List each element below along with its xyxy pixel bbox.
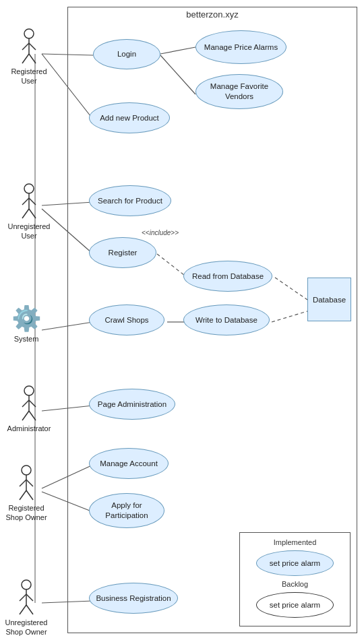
svg-line-30: [22, 400, 29, 407]
usecase-login: Login: [93, 39, 160, 69]
system-title: betterzon.xyz: [67, 7, 357, 20]
svg-line-18: [22, 43, 29, 50]
usecase-manage-account: Manage Account: [89, 448, 169, 479]
legend-backlog-label: Backlog: [282, 580, 308, 588]
legend-backlog-usecase: set price alarm: [256, 592, 334, 618]
svg-line-19: [29, 43, 36, 50]
svg-line-24: [22, 198, 29, 205]
usecase-page-administration: Page Administration: [89, 389, 175, 420]
unregistered-user-figure: [19, 183, 39, 220]
svg-point-22: [24, 184, 34, 193]
legend-box: Implemented set price alarm Backlog set …: [239, 532, 351, 626]
svg-line-20: [22, 54, 29, 63]
svg-line-27: [29, 209, 36, 218]
usecase-read-from-database: Read from Database: [183, 261, 272, 292]
svg-point-28: [24, 386, 34, 395]
usecase-business-registration: Business Registration: [89, 583, 178, 614]
diagram: betterzon.xyz: [0, 0, 364, 644]
unregistered-shop-owner-label: UnregisteredShop Owner: [5, 618, 48, 637]
administrator-label: Administrator: [7, 424, 51, 433]
registered-shop-owner-label: RegisteredShop Owner: [5, 503, 47, 523]
legend-implemented-usecase: set price alarm: [256, 550, 334, 576]
svg-point-40: [22, 580, 31, 589]
actor-registered-shop-owner: RegisteredShop Owner: [3, 465, 50, 523]
usecase-register: Register: [89, 237, 156, 268]
svg-point-16: [24, 29, 34, 38]
include-label: <<include>>: [142, 229, 179, 236]
usecase-write-to-database: Write to Database: [183, 304, 270, 335]
actor-unregistered-shop-owner: UnregisteredShop Owner: [3, 579, 50, 637]
svg-line-43: [26, 594, 33, 601]
registered-user-label: Registered User: [5, 67, 53, 86]
usecase-manage-favorite-vendors: Manage FavoriteVendors: [195, 74, 283, 109]
usecase-search-for-product: Search for Product: [89, 185, 171, 216]
svg-line-37: [26, 480, 33, 486]
actor-unregistered-user: Unregistered User: [5, 183, 53, 241]
database-box: Database: [307, 278, 351, 321]
svg-line-26: [22, 209, 29, 218]
legend-implemented-label: Implemented: [274, 538, 317, 546]
administrator-figure: [19, 385, 39, 422]
svg-line-31: [29, 400, 36, 407]
svg-line-44: [20, 605, 26, 614]
svg-point-34: [22, 465, 31, 475]
svg-line-36: [20, 480, 26, 486]
svg-line-39: [26, 490, 33, 500]
actor-administrator: Administrator: [5, 385, 53, 433]
svg-line-45: [26, 605, 33, 614]
system-label: System: [14, 334, 39, 344]
registered-user-figure: [19, 28, 39, 65]
svg-line-33: [29, 411, 36, 420]
actor-registered-user: Registered User: [5, 28, 53, 86]
system-gear-icon: ⚙️: [11, 304, 42, 333]
svg-line-32: [22, 411, 29, 420]
svg-line-42: [20, 594, 26, 601]
usecase-manage-price-alarms: Manage Price Alarms: [195, 30, 286, 64]
unregistered-shop-owner-figure: [16, 579, 36, 616]
registered-shop-owner-figure: [16, 465, 36, 502]
usecase-apply-for-participation: Apply forParticipation: [89, 493, 164, 528]
usecase-add-new-product: Add new Product: [89, 102, 170, 133]
usecase-crawl-shops: Crawl Shops: [89, 304, 164, 335]
unregistered-user-label: Unregistered User: [5, 222, 53, 241]
svg-line-21: [29, 54, 36, 63]
svg-line-38: [20, 490, 26, 500]
actor-system: ⚙️ System: [3, 304, 50, 344]
svg-line-25: [29, 198, 36, 205]
